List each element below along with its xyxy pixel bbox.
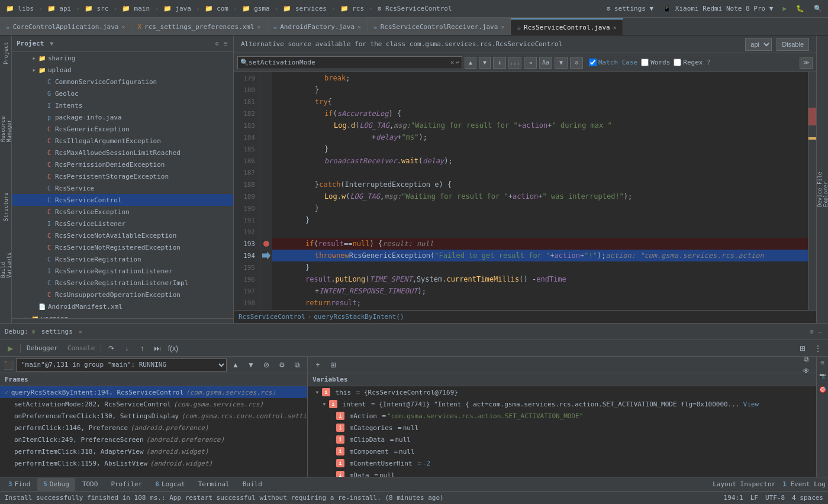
debugger-tab[interactable]: Debugger [24, 344, 60, 352]
clear-search-icon[interactable]: ✕ [450, 59, 455, 66]
disable-button[interactable]: Disable [777, 38, 809, 51]
right-scroll[interactable] [808, 72, 816, 310]
tree-item-rcspersistentstorage[interactable]: C RcsPersistentStorageException [12, 170, 233, 182]
restore-layout-button[interactable]: ⊞ [796, 343, 809, 354]
tab-find[interactable]: 3 Find [2, 478, 36, 491]
horizontal-scrollbar[interactable] [12, 318, 233, 323]
expand-mcomponent-icon[interactable] [328, 448, 335, 455]
frame-item-6[interactable]: performItemClick:1159, AbsListView (andr… [0, 457, 307, 469]
expand-arrow[interactable] [31, 54, 38, 62]
frame-item-2[interactable]: onPreferenceTreeClick:130, SettingsDispl… [0, 410, 307, 422]
tree-item-rcspermissiondenied[interactable]: C RcsPermissionDeniedException [12, 159, 233, 170]
settings-icon[interactable]: ⚙ [809, 327, 815, 336]
tree-item-rcsservicelistener[interactable]: I RcsServiceListener [12, 218, 233, 230]
regex-checkbox[interactable] [674, 59, 681, 66]
resize-icon[interactable]: ⊞ [820, 359, 824, 366]
expand-this-icon[interactable] [314, 389, 321, 396]
indent-settings[interactable]: 4 spaces [792, 494, 823, 502]
tab-debug[interactable]: 5 Debug [37, 478, 75, 491]
search-options-btn[interactable]: ... [508, 57, 521, 69]
breadcrumb-src[interactable]: 📁 src [82, 4, 111, 14]
filter-icon-btn[interactable]: ⊘ [570, 57, 583, 69]
search-help-icon[interactable]: ? [706, 59, 710, 67]
match-case-checkbox[interactable] [589, 59, 597, 66]
debug-button[interactable]: 🐛 [794, 4, 807, 14]
step-over-button[interactable]: ↷ [105, 343, 118, 354]
breadcrumb-rcsservicecontrol[interactable]: ⚙ RcsServiceControl [375, 4, 455, 14]
breadcrumb-gsma[interactable]: 📁 gsma [240, 4, 272, 14]
var-item-maction[interactable]: i mAction = "com.gsma.services.rcs.actio… [308, 410, 816, 422]
device-selector[interactable]: 📱 Xiaomi Redmi Note 8 Pro ▼ [661, 4, 775, 14]
expand-mcategories-icon[interactable] [328, 424, 335, 431]
project-tool-icon[interactable]: Project [0, 35, 12, 71]
copy-value-button[interactable]: ⧉ [800, 357, 813, 365]
tree-item-rcsillegalarguexception[interactable]: C RcsIllegalArgumentException [12, 135, 233, 147]
thread-down-btn[interactable]: ▼ [244, 359, 257, 371]
thread-settings-btn[interactable]: ⚙ [275, 359, 288, 371]
tree-item-intents[interactable]: I Intents [12, 99, 233, 111]
tree-item-commonserviceconfiguration[interactable]: C CommonServiceConfiguration [12, 76, 233, 88]
prev-match-button[interactable]: ▲ [465, 57, 476, 69]
tree-item-rcsservicecontrol[interactable]: C RcsServiceControl [12, 194, 233, 206]
tab-logcat[interactable]: 6 Logcat [149, 478, 191, 491]
tree-item-upload[interactable]: 📁 upload [12, 64, 233, 76]
tab-corecontrolapplication[interactable]: ☕ CoreControlApplication.java ✕ [0, 18, 131, 35]
frame-item-1[interactable]: setActivationMode:282, RcsServiceControl… [0, 398, 307, 410]
breadcrumb-com[interactable]: 📁 com [202, 4, 231, 14]
close-debug-tab-icon[interactable]: ✕ [79, 328, 82, 335]
tab-terminal[interactable]: Terminal [192, 478, 236, 491]
expand-mcontentuserhint-icon[interactable] [328, 460, 335, 467]
code-content[interactable]: break; } try { if (sAccurateLog) { Log.d… [272, 72, 808, 310]
tab-rcsservicecontrol[interactable]: ☕ RcsServiceControl.java ✕ [511, 18, 623, 35]
regex-option[interactable]: Regex [674, 59, 703, 66]
gear-icon[interactable]: ⚙ [214, 39, 220, 48]
tab-rcs-settings[interactable]: X rcs_settings_preferences.xml ✕ [131, 18, 267, 35]
tab-profiler[interactable]: Profiler [105, 478, 148, 491]
tab-androidfactory[interactable]: ☕ AndroidFactory.java ✕ [268, 18, 368, 35]
collapse-search-btn[interactable]: ≫ [800, 57, 813, 69]
console-tab[interactable]: Console [65, 344, 97, 352]
event-log-btn[interactable]: 1 Event Log [782, 480, 826, 488]
line-ending[interactable]: LF [750, 494, 758, 502]
expand-arrow[interactable] [31, 66, 38, 73]
var-item-this[interactable]: i this = {RcsServiceControl@7169} [308, 386, 816, 398]
search-everywhere[interactable]: 🔍 [811, 4, 824, 14]
collapse-all-icon[interactable]: ⊟ [223, 39, 228, 48]
close-tab-2[interactable]: ✕ [357, 24, 361, 30]
history-icon[interactable]: ↩ [455, 59, 459, 66]
expand-mdata-icon[interactable] [328, 471, 335, 477]
var-item-mclipdata[interactable]: i mClipData = null [308, 434, 816, 445]
thread-dropdown[interactable]: "main"@7,131 in group "main": RUNNING [16, 358, 227, 371]
resource-manager-icon[interactable]: Resource Manager [1, 95, 11, 142]
var-item-intent[interactable]: i intent = {Intent@7741} "Intent { act=c… [308, 398, 816, 410]
thread-filter-btn[interactable]: ⊘ [260, 359, 273, 371]
expand-all-button[interactable]: ⊞ [327, 359, 340, 371]
match-case-option[interactable]: Match Case [589, 59, 637, 66]
expand-maction-icon[interactable] [328, 412, 335, 419]
thread-copy-btn[interactable]: ⧉ [291, 359, 304, 371]
tree-item-geoloc[interactable]: G Geoloc [12, 88, 233, 99]
breadcrumb-java[interactable]: 📁 java [161, 4, 194, 14]
minimize-icon[interactable]: — [817, 327, 823, 336]
tree-item-rcsunsupported[interactable]: C RcsUnsupportedOperationException [12, 289, 233, 301]
tree-item-rcsmaxallowed[interactable]: C RcsMaxAllowedSessionLimitReached [12, 147, 233, 159]
wrap-button[interactable]: ↕ [493, 57, 506, 69]
search-input[interactable] [249, 59, 450, 66]
close-tab-3[interactable]: ✕ [501, 24, 504, 30]
breadcrumb-rcsservicecontrol[interactable]: RcsServiceControl [239, 313, 305, 321]
expand-mclipdata-icon[interactable] [328, 436, 335, 443]
thread-up-btn[interactable]: ▲ [229, 359, 242, 371]
frame-item-3[interactable]: performClick:1146, Preference (android.p… [0, 422, 307, 434]
close-tab-0[interactable]: ✕ [121, 24, 125, 30]
var-item-mcomponent[interactable]: i mComponent = null [308, 445, 816, 457]
tree-item-rcsserviceregistrationlistener[interactable]: I RcsServiceRegistrationListener [12, 265, 233, 277]
breadcrumb-api[interactable]: 📁 api [45, 4, 74, 14]
words-option[interactable]: Words [641, 59, 670, 66]
tree-item-rcsservicenotavailable[interactable]: C RcsServiceNotAvailableException [12, 230, 233, 241]
view-link[interactable]: View [743, 400, 759, 408]
breadcrumb-services[interactable]: 📁 services [281, 4, 329, 14]
build-variants-icon[interactable]: Build Variants [1, 237, 11, 278]
structure-icon[interactable]: Structure [1, 189, 11, 225]
charset[interactable]: UTF-8 [765, 494, 785, 502]
frame-item-0[interactable]: ✓ queryRcsStackByIntent:194, RcsServiceC… [0, 386, 307, 398]
